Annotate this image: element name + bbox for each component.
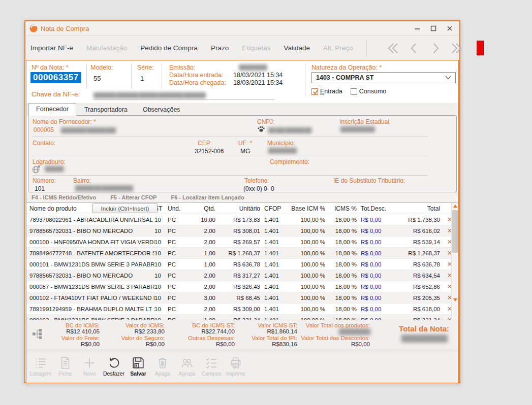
logradouro-redacted: ██████ <box>45 166 64 172</box>
tot-desc-cell: R$ 0,00 <box>361 273 395 279</box>
chave-nfe-label: Chave da NF-e: <box>32 90 80 98</box>
trash-icon <box>156 356 169 369</box>
table-row[interactable]: 7893708022961 - ABRACADEIRA UNIVERSAL 13… <box>26 214 458 225</box>
cfop-cell: 1.401 <box>264 295 287 301</box>
minimize-button[interactable] <box>414 25 421 32</box>
ipi-label: Valor Total do IPI: <box>240 335 297 341</box>
cfop-cell: 1.401 <box>264 217 287 223</box>
menu-alt-preco: Alt. Preço <box>323 44 353 52</box>
table-row[interactable]: 000087 - BMW1231DS BMW SERIE 3 PARABRISA… <box>26 281 458 292</box>
hotkey-f4: F4 - ICMS Retido/Efetivo <box>32 194 96 200</box>
window-controls <box>414 25 455 32</box>
table-row[interactable]: 9788565732031 - BIBO NO MERCADO 10 PC 2,… <box>26 225 458 237</box>
plus-icon <box>83 356 96 369</box>
base-icm-cell: 100,00 % <box>287 228 329 234</box>
hierarchy-icon <box>33 328 43 340</box>
col-total: Total <box>395 205 444 212</box>
col-base-icm: Base ICM % <box>287 205 329 212</box>
summary-col-3: BC do ICMS ST: R$22.744,00 Outras Despes… <box>175 322 235 348</box>
qtd-cell: 1,00 <box>186 261 220 267</box>
cfop-cell: 1.401 <box>264 306 287 312</box>
group-people-icon <box>180 356 194 369</box>
summary-col-5: Valor Total dos produtos: █████████ Valo… <box>290 322 370 348</box>
divider <box>32 156 428 156</box>
und-cell: PC <box>168 295 186 301</box>
tab-strip: Fornecedor Transportadora Observações <box>26 103 458 115</box>
menu-validade[interactable]: Validade <box>284 44 310 52</box>
first-record-icon[interactable] <box>386 42 399 54</box>
chave-nfe-input[interactable]: ███████ ███████ ██████ ████████ ███████ <box>93 90 274 99</box>
document-icon <box>58 356 72 369</box>
qtd-cell: 2,00 <box>186 306 220 312</box>
base-icm-cell: 100,00 % <box>287 217 329 223</box>
menu-pedido-de-compra[interactable]: Pedido de Compra <box>140 44 198 52</box>
natureza-operacao-select[interactable]: 1403 - COMPRA ST <box>311 72 456 83</box>
st-cell: 10 <box>154 228 168 234</box>
tab-observacoes[interactable]: Observações <box>136 104 187 115</box>
scroll-down-icon[interactable] <box>453 298 457 301</box>
table-row[interactable]: 000102 - FTA9410VT FIAT PALIO / WEEKEND … <box>26 292 458 303</box>
st-cell: 10 <box>154 273 168 279</box>
entrada-checkbox[interactable]: Entrada <box>311 88 342 95</box>
checklist-icon <box>205 356 218 369</box>
serie-label: Série: <box>137 64 154 71</box>
app-logo-icon <box>29 24 38 32</box>
previous-record-icon[interactable] <box>408 42 421 54</box>
total-cell: R$ 616,02 <box>395 228 444 234</box>
inscricao-estadual-redacted: ███████████ <box>340 126 374 132</box>
table-row[interactable]: 7891991294959 - BRAHMA DUPLO MALTE LT SL… <box>26 303 458 315</box>
cfop-cell: 1.401 <box>264 273 287 279</box>
und-cell: PC <box>168 261 186 267</box>
tab-transportadora[interactable]: Transportadora <box>77 104 135 115</box>
st-cell: 10 <box>154 261 168 267</box>
tab-fornecedor[interactable]: Fornecedor <box>28 103 76 116</box>
total-descontos-value: R$0,00 <box>290 341 370 347</box>
und-cell: PC <box>168 250 186 256</box>
desfazer-button[interactable]: Desfazer <box>102 356 126 377</box>
menu-prazo[interactable]: Prazo <box>211 44 229 52</box>
last-record-icon[interactable] <box>450 42 463 54</box>
consumo-checkbox[interactable]: Consumo <box>351 88 387 95</box>
scrollbar-thumb[interactable] <box>452 210 458 253</box>
bairro-redacted: ██████ ██ ██████████ <box>75 185 133 191</box>
menu-importar-nfe[interactable]: Importar NF-e <box>30 44 73 52</box>
nome-fornecedor-label: Nome do Fornecedor: * <box>33 118 96 125</box>
listagem-button: Listagem <box>28 356 53 377</box>
icms-cell: 18,00 % <box>329 228 361 234</box>
base-icm-cell: 100,00 % <box>287 284 329 290</box>
chevron-down-icon <box>445 76 451 80</box>
frete-value: R$0,00 <box>44 341 100 347</box>
scroll-up-icon[interactable] <box>453 205 457 208</box>
maximize-button[interactable] <box>430 25 437 32</box>
incluir-button[interactable]: Incluir (Ctrl+Insert) <box>92 204 158 213</box>
table-row[interactable]: 7898494772748 - BATENTE AMORTECEDOR SUSP… <box>26 248 458 259</box>
divider <box>32 137 428 137</box>
table-row[interactable]: 000101 - BMW1231DS BMW SERIE 3 PARABRISA… <box>26 259 458 270</box>
bc-icms-st-label: BC do ICMS ST: <box>175 322 235 328</box>
salvar-button[interactable]: Salvar <box>126 356 150 377</box>
consumo-checkbox-box <box>351 88 357 95</box>
next-record-icon[interactable] <box>429 42 442 54</box>
cnpj-label: CNPJ: <box>257 118 275 125</box>
close-button[interactable] <box>446 25 453 32</box>
col-und: Und. <box>168 205 186 212</box>
base-icm-cell: 100,00 % <box>287 239 329 245</box>
natureza-operacao-label: Natureza da Operação: * <box>311 64 382 71</box>
tot-desc-cell: R$ 0,00 <box>361 261 395 267</box>
save-icon <box>132 356 145 369</box>
st-cell: 10 <box>154 284 168 290</box>
divider <box>86 63 87 88</box>
tot-desc-cell: R$ 0,00 <box>361 239 395 245</box>
icms-cell: 18,00 % <box>329 250 361 256</box>
table-scrollbar[interactable] <box>451 203 458 320</box>
apaga-button: Apaga <box>150 356 175 377</box>
agrupa-button: Agrupa <box>175 356 199 377</box>
numero-value: 101 <box>35 185 45 192</box>
valor-icms-value: R$2.233,80 <box>108 328 165 334</box>
table-row[interactable]: 000100 - HNF0950VA HONDA FIT VIGIA VERDE… <box>26 237 458 248</box>
product-name-cell: 7898494772748 - BATENTE AMORTECEDOR SUSP… <box>29 250 154 256</box>
col-unitario: Unitário <box>220 205 264 212</box>
table-row[interactable]: 9788565732031 - BIBO NO MERCADO 10 PC 2,… <box>26 270 458 281</box>
numero-label: Número: <box>33 177 56 184</box>
nota-number-input[interactable]: 000063357 <box>30 72 81 83</box>
